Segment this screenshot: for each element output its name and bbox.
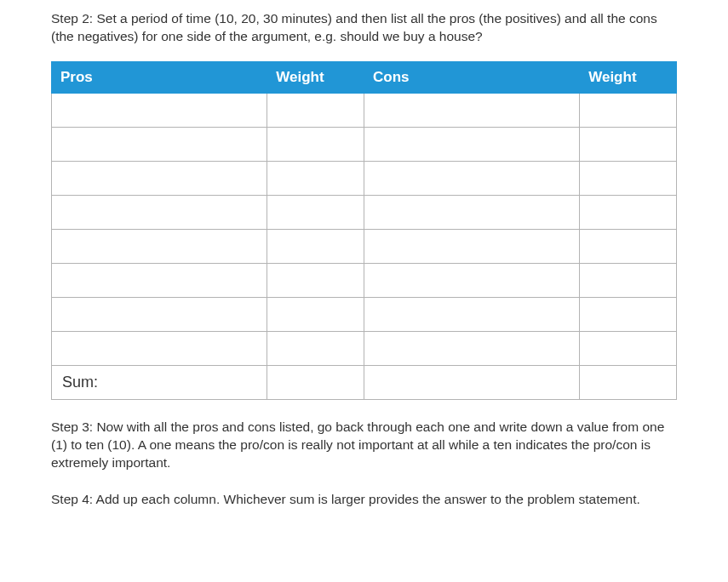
step3-paragraph: Step 3: Now with all the pros and cons l… — [51, 419, 677, 472]
cell-cons[interactable] — [364, 229, 579, 263]
cell-pros[interactable] — [52, 161, 267, 195]
table-row — [52, 161, 677, 195]
header-weight-pros: Weight — [267, 61, 364, 93]
sum-weight-pros[interactable] — [267, 365, 364, 399]
cell-weight-cons[interactable] — [580, 331, 677, 365]
table-header-row: Pros Weight Cons Weight — [52, 61, 677, 93]
cell-pros[interactable] — [52, 297, 267, 331]
cell-cons[interactable] — [364, 297, 579, 331]
table-row — [52, 127, 677, 161]
cell-pros[interactable] — [52, 195, 267, 229]
sum-label-cell: Sum: — [52, 365, 267, 399]
cell-pros[interactable] — [52, 127, 267, 161]
table-row — [52, 195, 677, 229]
cell-weight-cons[interactable] — [580, 127, 677, 161]
cell-cons[interactable] — [364, 93, 579, 127]
cell-weight-pros[interactable] — [267, 161, 364, 195]
cell-weight-pros[interactable] — [267, 229, 364, 263]
cell-cons[interactable] — [364, 331, 579, 365]
cell-weight-cons[interactable] — [580, 161, 677, 195]
cell-cons[interactable] — [364, 127, 579, 161]
cell-weight-pros[interactable] — [267, 263, 364, 297]
cell-weight-pros[interactable] — [267, 195, 364, 229]
cell-weight-pros[interactable] — [267, 127, 364, 161]
cell-pros[interactable] — [52, 229, 267, 263]
table-row — [52, 331, 677, 365]
cell-pros[interactable] — [52, 331, 267, 365]
cell-pros[interactable] — [52, 93, 267, 127]
sum-cons-cell[interactable] — [364, 365, 579, 399]
sum-row: Sum: — [52, 365, 677, 399]
header-weight-cons: Weight — [580, 61, 677, 93]
cell-cons[interactable] — [364, 195, 579, 229]
cell-weight-cons[interactable] — [580, 297, 677, 331]
table-row — [52, 263, 677, 297]
step2-paragraph: Step 2: Set a period of time (10, 20, 30… — [51, 10, 677, 46]
table-row — [52, 93, 677, 127]
cell-cons[interactable] — [364, 263, 579, 297]
sum-weight-cons[interactable] — [580, 365, 677, 399]
header-pros: Pros — [52, 61, 267, 93]
cell-cons[interactable] — [364, 161, 579, 195]
cell-weight-cons[interactable] — [580, 93, 677, 127]
table-row — [52, 297, 677, 331]
cell-weight-cons[interactable] — [580, 195, 677, 229]
cell-weight-pros[interactable] — [267, 297, 364, 331]
cell-weight-cons[interactable] — [580, 263, 677, 297]
step4-paragraph: Step 4: Add up each column. Whichever su… — [51, 491, 677, 509]
cell-weight-pros[interactable] — [267, 331, 364, 365]
cell-weight-pros[interactable] — [267, 93, 364, 127]
cell-weight-cons[interactable] — [580, 229, 677, 263]
cell-pros[interactable] — [52, 263, 267, 297]
header-cons: Cons — [364, 61, 579, 93]
pros-cons-table: Pros Weight Cons Weight — [51, 61, 677, 400]
table-row — [52, 229, 677, 263]
